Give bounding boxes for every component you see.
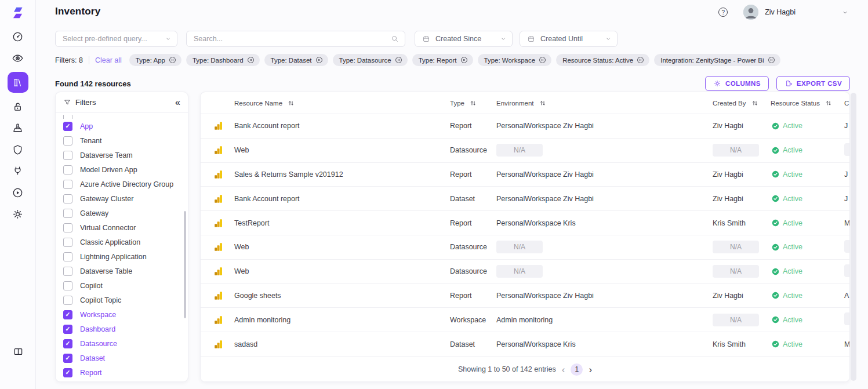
checkbox[interactable]: [63, 267, 72, 276]
checkbox[interactable]: [63, 223, 72, 232]
checkbox[interactable]: [63, 354, 72, 363]
checkbox[interactable]: [63, 339, 72, 348]
resource-name-cell[interactable]: TestReport: [230, 219, 445, 227]
page-scrollbar[interactable]: [851, 93, 856, 381]
sort-icon[interactable]: [825, 100, 832, 107]
clear-all-link[interactable]: Clear all: [95, 56, 122, 64]
filter-checkbox-item[interactable]: Report: [56, 365, 188, 380]
columns-button[interactable]: COLUMNS: [705, 76, 769, 91]
column-header[interactable]: Created By: [708, 100, 766, 107]
table-row[interactable]: Web Datasource N/A N/A Active: [201, 235, 849, 260]
remove-filter-icon[interactable]: [169, 56, 176, 64]
filter-checkbox-item[interactable]: Workspace: [56, 307, 188, 322]
checkbox[interactable]: [63, 368, 72, 377]
resource-name-cell[interactable]: Bank Account report: [230, 122, 445, 130]
dashboard-gauge-icon[interactable]: [8, 29, 28, 44]
predefined-query-select[interactable]: Select pre-defined query...: [55, 31, 177, 47]
resource-name-cell[interactable]: Web: [230, 267, 445, 275]
filter-checkbox-item[interactable]: Gateway: [56, 206, 188, 220]
filter-chip[interactable]: Resource Status: Active: [556, 54, 649, 66]
cleanup-brush-icon[interactable]: [8, 121, 28, 136]
table-row[interactable]: Web Datasource N/A N/A Active: [201, 260, 849, 284]
search-icon[interactable]: [391, 35, 399, 43]
remove-filter-icon[interactable]: [247, 56, 255, 64]
prev-page-icon[interactable]: ‹: [562, 365, 565, 375]
checkbox[interactable]: [63, 180, 72, 189]
search-box[interactable]: [186, 31, 405, 47]
filter-chip[interactable]: Type: Dashboard: [186, 54, 260, 66]
page-number[interactable]: 1: [571, 363, 583, 376]
filter-checkbox-item[interactable]: Gateway Cluster: [56, 191, 188, 206]
remove-filter-icon[interactable]: [460, 56, 468, 64]
checkbox[interactable]: [63, 151, 72, 160]
export-csv-button[interactable]: EXPORT CSV: [776, 76, 850, 91]
docs-book-icon[interactable]: [0, 346, 36, 358]
checkbox[interactable]: [63, 281, 72, 290]
filter-chip[interactable]: Type: Datasource: [333, 54, 408, 66]
filter-checkbox-item[interactable]: Classic Application: [56, 235, 188, 249]
table-row[interactable]: Admin monitoring Workspace Admin monitor…: [201, 308, 849, 332]
zenity-logo[interactable]: [10, 5, 26, 20]
column-header[interactable]: Environment: [492, 100, 708, 107]
sort-icon[interactable]: [751, 100, 758, 107]
checkbox[interactable]: [63, 209, 72, 218]
filter-checkbox-item[interactable]: Lightning Application: [56, 249, 188, 264]
remove-filter-icon[interactable]: [637, 56, 644, 64]
open-lock-icon[interactable]: [8, 99, 28, 114]
collapse-panel-icon[interactable]: «: [175, 98, 180, 107]
filter-checkbox-item[interactable]: App: [56, 119, 188, 133]
play-circle-icon[interactable]: [8, 185, 28, 200]
filter-chip[interactable]: Type: App: [129, 54, 181, 66]
checkbox[interactable]: [63, 296, 72, 305]
resource-name-cell[interactable]: Web: [230, 243, 445, 251]
remove-filter-icon[interactable]: [539, 56, 546, 64]
resource-name-cell[interactable]: Admin monitoring: [230, 316, 445, 324]
resource-name-cell[interactable]: Web: [230, 146, 445, 154]
avatar[interactable]: [743, 5, 758, 20]
checkbox[interactable]: [63, 122, 72, 131]
checkbox[interactable]: [63, 310, 72, 319]
table-row[interactable]: TestReport Report PersonalWorkspace Kris…: [201, 211, 849, 235]
resource-name-cell[interactable]: Sales & Returns Sample v201912: [230, 170, 445, 179]
filter-chip[interactable]: Integration: ZenityStage - Power Bi: [654, 54, 780, 66]
filter-checkbox-item[interactable]: Dataverse Table: [56, 264, 188, 278]
checkbox[interactable]: [63, 165, 72, 174]
resource-name-cell[interactable]: Google sheets: [230, 292, 445, 300]
inventory-library-icon[interactable]: [8, 72, 28, 93]
resource-name-cell[interactable]: sadasd: [230, 340, 445, 348]
checkbox[interactable]: [63, 136, 72, 146]
resource-name-cell[interactable]: Bank Account report: [230, 195, 445, 203]
filter-checkbox-item[interactable]: Azure Active Directory Group: [56, 177, 188, 191]
filter-checkbox-item[interactable]: Dataset: [56, 351, 188, 365]
checkbox[interactable]: [63, 252, 72, 261]
filter-checkbox-item[interactable]: Tenant: [56, 133, 188, 148]
table-row[interactable]: Bank Account report Dataset PersonalWork…: [201, 187, 849, 211]
shield-icon[interactable]: [8, 142, 28, 157]
filter-checkbox-item[interactable]: Model Driven App: [56, 162, 188, 177]
filter-checkbox-item[interactable]: Datasource: [56, 336, 188, 351]
filter-list-scrollbar[interactable]: [184, 211, 186, 318]
checkbox[interactable]: [63, 194, 72, 203]
filter-checkbox-item[interactable]: Copilot: [56, 278, 188, 293]
created-since-select[interactable]: Created Since: [415, 31, 513, 47]
sort-icon[interactable]: [539, 100, 546, 107]
checkbox[interactable]: [63, 238, 72, 247]
remove-filter-icon[interactable]: [315, 56, 323, 64]
visibility-eye-icon[interactable]: [8, 50, 28, 66]
checkbox[interactable]: [63, 325, 72, 334]
user-menu-chevron-icon[interactable]: [842, 9, 848, 16]
filter-chip[interactable]: Type: Report: [412, 54, 473, 66]
table-row[interactable]: Bank Account report Report PersonalWorks…: [201, 114, 849, 139]
filter-chip[interactable]: Type: Dataset: [264, 54, 328, 66]
filter-checkbox-item[interactable]: Virtual Connector: [56, 220, 188, 235]
next-page-icon[interactable]: ›: [589, 365, 592, 375]
connector-plug-icon[interactable]: [8, 163, 28, 179]
help-icon[interactable]: ?: [718, 8, 728, 17]
table-row[interactable]: Sales & Returns Sample v201912 Report Pe…: [201, 163, 849, 187]
filter-checkbox-item[interactable]: Dataverse Team: [56, 148, 188, 162]
column-header[interactable]: Resource Status: [766, 100, 836, 107]
column-header[interactable]: C: [836, 100, 850, 107]
created-until-select[interactable]: Created Until: [520, 31, 618, 47]
settings-gear-icon[interactable]: [8, 206, 28, 221]
table-row[interactable]: Web Datasource N/A N/A Active: [201, 139, 849, 163]
